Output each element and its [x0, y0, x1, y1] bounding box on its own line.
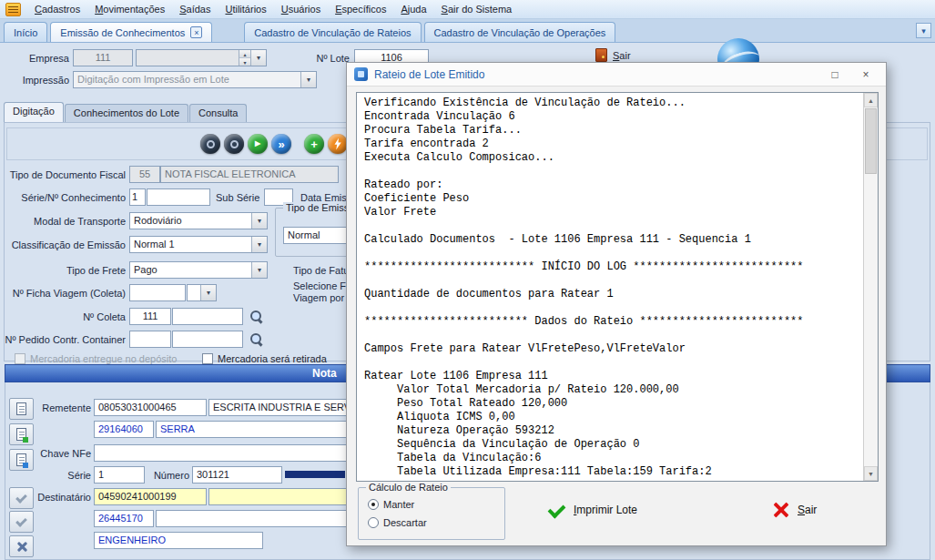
chave-nfe-field[interactable]	[94, 444, 354, 462]
tab-vinculacao-rateios[interactable]: Cadastro de Vinculação de Rateios	[244, 22, 421, 42]
insert-record-button[interactable]: +	[304, 134, 324, 154]
ficha-viagem-field[interactable]	[129, 284, 186, 301]
chevron-down-icon[interactable]: ▾	[251, 262, 267, 278]
radio-label: Manter	[383, 499, 414, 510]
coleta-field[interactable]: 111	[129, 308, 171, 325]
numero-field[interactable]: 301121	[192, 466, 282, 484]
tipo-documento-label: Tipo de Documento Fiscal	[2, 169, 126, 180]
empresa-field: 111	[73, 49, 133, 66]
classificacao-combo[interactable]: Normal 1 ▾	[129, 236, 268, 253]
last-record-button[interactable]: »	[271, 134, 291, 154]
serie-conhecimento-field[interactable]: 1	[129, 188, 146, 206]
first-record-button[interactable]	[200, 134, 220, 154]
import-nota-button[interactable]	[9, 423, 34, 445]
pedido-container-field[interactable]	[129, 331, 171, 348]
sub-tab-bar: Digitação Conhecimentos do Lote Consulta	[4, 102, 248, 123]
subtab-consulta[interactable]: Consulta	[189, 104, 247, 123]
tab-label: Cadastro de Vinculação de Rateios	[254, 27, 411, 38]
chevron-down-icon[interactable]: ▾	[200, 285, 216, 300]
checkbox-mercadoria-retirada[interactable]: Mercadoria será retirada	[202, 353, 327, 364]
pedido-container-extra-field[interactable]	[172, 331, 243, 348]
cancel-nota-button[interactable]	[9, 535, 34, 557]
document-icon	[16, 402, 26, 415]
new-nota-button[interactable]	[9, 398, 34, 420]
close-button[interactable]: ×	[851, 66, 880, 84]
app-menu-icon[interactable]	[5, 3, 21, 16]
menu-sair-do-sistema[interactable]: Sair do Sistema	[434, 2, 520, 16]
maximize-button[interactable]: □	[820, 66, 849, 84]
modal-transporte-combo[interactable]: Rodoviário ▾	[129, 212, 268, 229]
remetente-nome-field[interactable]: ESCRITA INDUSTRIA E SERVIC	[208, 399, 354, 416]
ficha-viagem-combo[interactable]: ▾	[187, 284, 217, 301]
radio-descartar[interactable]: Descartar	[368, 517, 427, 528]
pedido-search-icon[interactable]	[249, 332, 263, 346]
scroll-down-icon[interactable]: ▼	[864, 466, 878, 481]
application-window: Cadastros Movimentações Saídas Utilitári…	[0, 0, 935, 560]
rateio-lote-dialog: Rateio de Lote Emitido □ × Verificando E…	[346, 62, 887, 546]
next-record-button[interactable]: ▶	[248, 134, 268, 154]
dialog-title-bar[interactable]: Rateio de Lote Emitido □ ×	[347, 63, 886, 87]
menu-movimentacoes[interactable]: Movimentações	[87, 2, 172, 16]
coleta-search-icon[interactable]	[249, 310, 263, 323]
confirm-nota-button[interactable]	[9, 487, 34, 509]
radio-manter[interactable]: Manter	[368, 499, 414, 510]
chevron-down-icon[interactable]: ▾	[250, 50, 266, 66]
menu-especificos[interactable]: Específicos	[328, 2, 393, 16]
coleta-extra-field[interactable]	[172, 308, 243, 325]
confirm-all-button[interactable]	[9, 511, 34, 533]
tab-close-icon[interactable]: ×	[190, 26, 202, 38]
rateio-log-memo[interactable]: Verificando Existência de Vinculação de …	[356, 92, 879, 482]
tab-vinculacao-operacoes[interactable]: Cadastro de Vinculação de Operações	[424, 22, 616, 42]
tab-inicio[interactable]: Início	[4, 22, 47, 42]
serie-field[interactable]: 1	[94, 466, 145, 484]
red-x-icon	[773, 502, 789, 518]
tab-label: Emissão de Conhecimentos	[60, 27, 185, 38]
document-edit-icon	[16, 453, 26, 466]
post-record-button[interactable]	[328, 134, 348, 154]
tipo-frete-label: Tipo de Frete	[2, 265, 126, 276]
tab-bar: Início Emissão de Conhecimentos × Cadast…	[0, 19, 935, 43]
numero-conhecimento-field[interactable]	[147, 188, 210, 206]
destinatario-bairro-field[interactable]: ENGENHEIRO	[94, 532, 263, 549]
menu-cadastros[interactable]: Cadastros	[27, 2, 87, 16]
remetente-cep-field[interactable]: 29164060	[94, 421, 154, 438]
remetente-cnpj-field[interactable]: 08053031000465	[94, 399, 207, 416]
pedido-container-label: Nº Pedido Contr. Container	[2, 334, 126, 345]
impressao-label: Impressão	[5, 75, 69, 86]
tipo-frete-combo[interactable]: Pago ▾	[129, 261, 268, 279]
remetente-municipio-field[interactable]: SERRA	[156, 421, 354, 438]
tab-overflow-dropdown[interactable]: ▾	[916, 23, 931, 38]
impressao-value: Digitação com Impressão em Lote	[77, 74, 229, 85]
empresa-spinner[interactable]: ▴▾	[239, 50, 250, 66]
menu-utilitarios[interactable]: Utilitários	[218, 2, 273, 16]
imprimir-lote-button[interactable]: Imprimir Lote	[547, 502, 637, 518]
edit-nota-button[interactable]	[9, 449, 34, 471]
destinatario-cep-field[interactable]: 26445170	[94, 510, 154, 527]
numero-label: Número	[148, 470, 189, 481]
chevron-down-icon[interactable]: ▾	[300, 72, 316, 87]
destinatario-municipio-field[interactable]	[156, 510, 354, 527]
rateio-log-text: Verificando Existência de Vinculação de …	[357, 93, 878, 483]
chevron-down-icon[interactable]: ▾	[251, 237, 267, 252]
menu-saidas[interactable]: Saídas	[172, 2, 218, 16]
tab-label: Início	[14, 27, 37, 38]
prior-record-button[interactable]	[224, 134, 244, 154]
scroll-thumb[interactable]	[865, 108, 877, 174]
impressao-combo[interactable]: Digitação com Impressão em Lote ▾	[73, 71, 317, 88]
tab-emissao-conhecimentos[interactable]: Emissão de Conhecimentos ×	[50, 22, 212, 42]
subtab-conhecimentos-lote[interactable]: Conhecimentos do Lote	[65, 104, 188, 123]
destinatario-nome-field[interactable]	[208, 488, 354, 505]
x-icon	[16, 541, 27, 552]
log-scrollbar[interactable]: ▲ ▼	[863, 93, 878, 481]
dialog-sair-button[interactable]: Sair	[773, 502, 817, 518]
chevron-down-icon[interactable]: ▾	[251, 213, 267, 229]
chave-nfe-label: Chave NFe	[36, 448, 91, 459]
destinatario-cnpj-field[interactable]: 04590241000199	[94, 488, 207, 505]
tab-label: Cadastro de Vinculação de Operações	[434, 27, 606, 38]
menu-usuarios[interactable]: Usuários	[274, 2, 328, 16]
calculo-rateio-groupbox: Cálculo de Rateio Manter Descartar	[358, 487, 505, 540]
scroll-up-icon[interactable]: ▲	[864, 93, 878, 107]
subtab-digitacao[interactable]: Digitação	[4, 102, 64, 123]
menu-ajuda[interactable]: Ajuda	[393, 2, 433, 16]
check-icon	[15, 517, 27, 527]
